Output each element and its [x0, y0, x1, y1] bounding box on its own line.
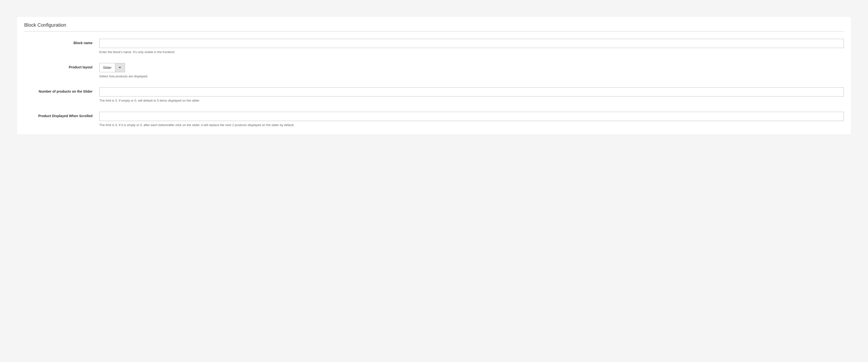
svg-marker-0 — [119, 67, 121, 68]
chevron-down-icon[interactable] — [115, 63, 125, 72]
field-num-products: Number of products on the Slider The lim… — [24, 87, 844, 103]
scroll-products-label: Product Displayed When Scrolled — [24, 112, 99, 118]
field-product-layout: Product layout Slider Select how product… — [24, 63, 844, 79]
field-scroll-products: Product Displayed When Scrolled The limi… — [24, 112, 844, 127]
panel-title: Block Configuration — [24, 22, 844, 31]
product-layout-select[interactable]: Slider — [99, 63, 125, 72]
num-products-input[interactable] — [99, 87, 844, 96]
block-name-input[interactable] — [99, 39, 844, 48]
product-layout-value: Slider — [99, 63, 115, 72]
product-layout-label: Product layout — [24, 63, 99, 69]
field-block-name: Block name Enter the block's name. It's … — [24, 39, 844, 54]
block-name-note: Enter the block's name. It's only visibl… — [99, 50, 844, 54]
num-products-label: Number of products on the Slider — [24, 87, 99, 94]
scroll-products-note: The limit is 5. If it is empty or 0, aft… — [99, 123, 844, 127]
num-products-note: The limit is 5. If empty or 0, will defa… — [99, 99, 844, 103]
block-configuration-panel: Block Configuration Block name Enter the… — [17, 17, 851, 135]
block-name-label: Block name — [24, 39, 99, 45]
product-layout-note: Select how products are displayed. — [99, 74, 844, 79]
scroll-products-input[interactable] — [99, 112, 844, 121]
